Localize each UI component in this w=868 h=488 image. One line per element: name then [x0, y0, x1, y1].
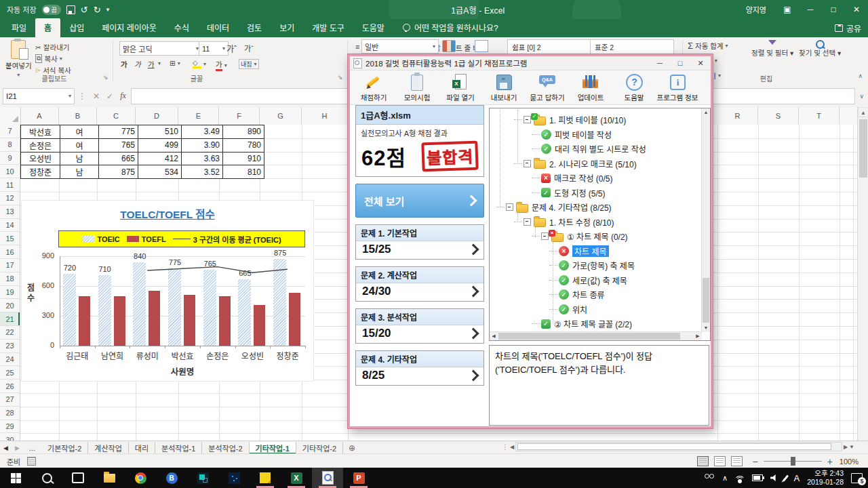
font-name-combo[interactable]: 맑은 고딕▾ — [119, 41, 202, 56]
row-header-12[interactable]: 12 — [0, 192, 20, 205]
tree-item[interactable]: ✓② 차트 제목 글꼴 (2/2) — [532, 317, 632, 331]
grader-maximize-button[interactable]: □ — [670, 59, 690, 68]
action-center-icon[interactable]: 5 — [851, 473, 863, 483]
row-header-8[interactable]: 8 — [0, 138, 20, 152]
row-header-11[interactable]: 11 — [0, 178, 20, 192]
tree-hscroll-thumb[interactable] — [498, 333, 680, 340]
hscroll-splitter[interactable]: ⋮ — [502, 443, 509, 451]
taskbar-search[interactable] — [31, 468, 62, 488]
ime-indicator[interactable]: A — [794, 473, 800, 483]
vscroll-down-icon[interactable]: ▼ — [849, 444, 854, 450]
tree-item[interactable]: ✓1. 피벗 테이블 (10/10) — [514, 113, 626, 127]
taskbar-app-blue[interactable]: B — [156, 468, 187, 488]
sheet-tab-기타작업-2[interactable]: 기타작업-2 — [296, 442, 343, 454]
cell[interactable]: 765 — [99, 138, 138, 152]
row-header-15[interactable]: 15 — [0, 232, 20, 245]
find-select-button[interactable]: 찾기 및 선택 ▾ — [799, 40, 841, 58]
row-header-24[interactable]: 24 — [0, 353, 20, 367]
chart-legend[interactable]: TOEICTOEFL3 구간의 이동 평균 (TOEIC) — [58, 230, 305, 247]
tree-horizontal-scrollbar[interactable]: ◀ ▶ — [490, 331, 702, 340]
tree-item[interactable]: ×① 차트 제목 (0/2) — [532, 229, 628, 244]
share-button[interactable]: 공유 — [835, 22, 861, 34]
chart-object[interactable]: 0300600900김근태남연희류성미박선효손정은오성빈정창준720710840… — [22, 201, 313, 381]
row-header-26[interactable]: 26 — [0, 380, 20, 393]
zoom-in-icon[interactable]: + — [827, 456, 833, 467]
ribbon-tab-삽입[interactable]: 삽입 — [60, 18, 93, 37]
taskbar-app-dark[interactable] — [218, 468, 250, 488]
expand-icon[interactable] — [524, 160, 531, 167]
new-sheet-icon[interactable]: ⊕ — [349, 443, 355, 453]
toolbar-button-모의시험[interactable]: 모의시험 — [396, 72, 438, 102]
sheet-tab-분석작업-1[interactable]: 분석작업-1 — [155, 442, 202, 454]
sheet-nav-right-icon[interactable]: ▶ — [12, 445, 23, 451]
taskbar-app-capture[interactable] — [187, 468, 218, 488]
grader-close-button[interactable]: ✕ — [690, 59, 711, 68]
cell[interactable]: 남 — [60, 152, 99, 165]
taskbar-start[interactable] — [0, 468, 31, 488]
expand-icon[interactable] — [506, 203, 513, 211]
maximize-button[interactable]: □ — [822, 0, 845, 19]
autosave-toggle[interactable]: 끔 — [42, 5, 61, 15]
normal-view-icon[interactable] — [697, 456, 709, 466]
tree-item[interactable]: ×차트 제목 — [549, 244, 609, 259]
shrink-font-icon[interactable]: 가ˇ — [244, 43, 254, 54]
zoom-slider-thumb[interactable] — [791, 457, 795, 466]
pen-icon[interactable] — [783, 474, 789, 481]
people-icon[interactable] — [704, 474, 715, 482]
clipboard-dialog-launcher[interactable]: ⇘ — [103, 74, 108, 81]
tree-item[interactable]: 문제 4. 기타작업 (8/25) — [496, 200, 612, 215]
sheet-tab-기본작업-2[interactable]: 기본작업-2 — [41, 442, 88, 454]
font-dialog-launcher[interactable]: ⇘ — [338, 74, 343, 81]
chart-title[interactable]: TOELC/TOEFL 점수 — [22, 206, 313, 221]
ribbon-tab-보기[interactable]: 보기 — [271, 18, 303, 37]
ribbon-display-options-icon[interactable]: ▣ — [776, 0, 799, 19]
cell[interactable]: 3.49 — [182, 125, 223, 139]
number-format-combo[interactable]: 일반▾ — [361, 39, 439, 54]
close-button[interactable]: ✕ — [845, 0, 868, 19]
sheet-tab-분석작업-2[interactable]: 분석작업-2 — [202, 442, 249, 454]
autosum-button[interactable]: Σ자동 합계▾ — [688, 41, 728, 51]
ribbon-tab-홈[interactable]: 홈 — [35, 18, 60, 37]
page-break-view-icon[interactable] — [731, 456, 743, 466]
grow-font-icon[interactable]: 가ˆ — [226, 43, 237, 54]
row-header-7[interactable]: 7 — [0, 125, 20, 138]
hscroll-left-icon[interactable]: ◀ — [510, 444, 514, 450]
zoom-slider[interactable] — [764, 461, 822, 462]
toolbar-button-도움말[interactable]: 도움말 — [613, 72, 655, 102]
grader-minimize-button[interactable]: ─ — [650, 59, 670, 68]
toolbar-button-묻고 답하기[interactable]: 묻고 답하기 — [526, 72, 568, 102]
column-header-B[interactable]: B — [59, 107, 97, 124]
underline-button[interactable]: 가 — [148, 59, 155, 69]
tree-scroll-down-icon[interactable]: ▼ — [702, 324, 710, 332]
paste-button[interactable]: 붙여넣기 ▾ — [5, 40, 32, 78]
chart-x-axis-title[interactable]: 사원명 — [60, 365, 305, 378]
select-all-corner[interactable] — [0, 107, 21, 124]
cell[interactable]: 여 — [60, 138, 99, 152]
section-card[interactable]: 문제 3. 분석작업15/20 — [355, 308, 484, 344]
cell[interactable]: 775 — [99, 125, 138, 139]
ribbon-tab-수식[interactable]: 수식 — [165, 18, 198, 37]
row-header-17[interactable]: 17 — [0, 259, 20, 272]
ribbon-tab-검토[interactable]: 검토 — [238, 18, 271, 37]
hscroll-thumb[interactable] — [517, 443, 831, 450]
taskbar-explorer[interactable] — [94, 468, 125, 488]
toolbar-button-내보내기[interactable]: 내보내기 — [483, 72, 525, 102]
cell[interactable]: 3.63 — [182, 152, 223, 165]
italic-button[interactable]: 가 — [134, 59, 141, 69]
taskbar-task-view[interactable] — [62, 468, 94, 488]
row-header-13[interactable]: 13 — [0, 205, 20, 219]
hscroll-right-icon[interactable]: ▶ — [844, 444, 848, 450]
font-size-combo[interactable]: 11▾ — [199, 41, 229, 56]
page-layout-view-icon[interactable] — [714, 456, 726, 466]
column-header-G[interactable]: G — [260, 107, 302, 124]
formula-bar-splitter[interactable]: ⋮ — [78, 92, 86, 101]
section-card[interactable]: 문제 2. 계산작업24/30 — [355, 266, 484, 302]
row-header-27[interactable]: 27 — [0, 393, 20, 407]
cell[interactable]: 여 — [60, 125, 99, 139]
cell[interactable]: 890 — [223, 125, 264, 139]
sheet-tab-기타작업-1[interactable]: 기타작업-1 — [250, 442, 296, 454]
sheet-nav-left-icon[interactable]: ◀ — [0, 445, 12, 451]
row-header-30[interactable]: 30 — [0, 433, 20, 441]
tray-chevron-icon[interactable]: ∧ — [722, 474, 728, 483]
row-header-21[interactable]: 21 — [0, 312, 20, 326]
